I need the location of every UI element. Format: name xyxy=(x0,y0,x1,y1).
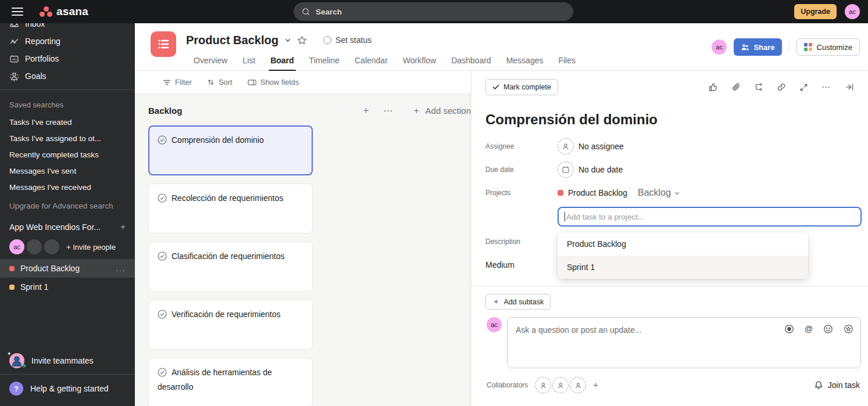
add-collaborator-icon[interactable]: ＋ xyxy=(591,379,600,391)
dropdown-option-product-backlog[interactable]: Product Backlog xyxy=(558,232,808,256)
emoji-icon[interactable] xyxy=(823,324,833,334)
show-fields-button[interactable]: Show fields xyxy=(248,78,299,87)
check-circle-icon[interactable] xyxy=(158,310,167,323)
collaborator-avatar-placeholder[interactable] xyxy=(535,377,551,393)
add-task-icon[interactable]: ＋ xyxy=(362,105,371,117)
member-avatar-placeholder[interactable] xyxy=(27,239,42,254)
mark-complete-button[interactable]: Mark complete xyxy=(485,79,558,95)
check-circle-icon[interactable] xyxy=(158,251,167,265)
sidebar-item-portfolios[interactable]: Portfolios xyxy=(0,50,135,67)
asana-logo[interactable]: asana xyxy=(40,5,88,18)
appreciation-icon[interactable] xyxy=(844,324,853,334)
share-button[interactable]: Share xyxy=(734,38,781,56)
collaborator-avatar-placeholder[interactable] xyxy=(552,377,569,393)
workspace-name: App Web Incendios For... xyxy=(9,222,101,232)
collaborators-label: Collaborators xyxy=(487,381,528,389)
invite-teammates-icon: ✦+ xyxy=(9,353,24,368)
tab-list[interactable]: List xyxy=(235,52,263,70)
task-title[interactable]: Comprensión del dominio xyxy=(485,112,854,128)
filter-button[interactable]: Filter xyxy=(163,78,192,87)
tab-workflow[interactable]: Workflow xyxy=(395,52,444,70)
tab-files[interactable]: Files xyxy=(551,52,583,70)
project-header: Product Backlog Set status Overview List… xyxy=(135,23,868,71)
sidebar-item-inbox[interactable]: Inbox xyxy=(0,23,135,33)
text-caret xyxy=(565,212,565,221)
tab-overview[interactable]: Overview xyxy=(186,52,235,70)
upgrade-advanced-search[interactable]: Upgrade for Advanced search xyxy=(0,197,135,214)
saved-search-recently-completed[interactable]: Recently completed tasks xyxy=(0,146,135,163)
expand-icon[interactable] xyxy=(799,83,808,92)
user-avatar[interactable]: ac xyxy=(845,4,860,19)
saved-search-messages-sent[interactable]: Messages I've sent xyxy=(0,163,135,179)
search-input[interactable]: Search xyxy=(294,2,573,21)
check-circle-icon[interactable] xyxy=(158,193,167,207)
hamburger-menu-icon[interactable] xyxy=(12,8,23,16)
help-button[interactable]: ? Help & getting started xyxy=(0,374,135,403)
invite-people-button[interactable]: + Invite people xyxy=(66,243,116,251)
tab-dashboard[interactable]: Dashboard xyxy=(444,52,499,70)
sidebar-item-goals[interactable]: Goals xyxy=(0,67,135,85)
set-status-button[interactable]: Set status xyxy=(323,35,372,45)
add-section-button[interactable]: ＋ Add section xyxy=(412,105,471,116)
sidebar-project-product-backlog[interactable]: Product Backlog ... xyxy=(0,259,135,278)
project-chip[interactable]: Product Backlog xyxy=(558,188,627,197)
dropdown-option-sprint-1[interactable]: Sprint 1 xyxy=(558,256,808,279)
saved-search-tasks-created[interactable]: Tasks I've created xyxy=(0,114,135,130)
assignee-field: Assignee No assignee xyxy=(471,135,868,158)
page-title: Product Backlog xyxy=(186,34,278,47)
section-selector[interactable]: Backlog xyxy=(638,188,680,198)
saved-searches-title: Saved searches xyxy=(0,95,135,114)
sidebar-item-reporting[interactable]: Reporting xyxy=(0,33,135,50)
task-card-comprension[interactable]: Comprensión del dominio xyxy=(148,125,313,175)
task-card-clasificacion[interactable]: Clasificación de requerimientos xyxy=(148,242,313,292)
assignee-value[interactable]: No assignee xyxy=(558,138,624,155)
assignee-person-icon xyxy=(558,138,574,155)
collaborator-avatar-placeholder[interactable] xyxy=(570,377,586,393)
task-card-recoleccion[interactable]: Recolección de requerimientos xyxy=(148,184,313,233)
close-panel-icon[interactable] xyxy=(845,82,854,92)
project-more-icon[interactable]: ... xyxy=(116,264,126,273)
more-options-icon[interactable]: ⋯ xyxy=(821,82,831,92)
column-more-icon[interactable]: ⋯ xyxy=(384,105,393,116)
due-date-value[interactable]: No due date xyxy=(558,161,623,178)
title-chevron-down-icon[interactable] xyxy=(284,37,291,44)
subtask-icon[interactable] xyxy=(754,82,763,92)
member-avatar[interactable]: ac xyxy=(9,239,24,254)
task-card-analisis[interactable]: Análisis de herramientas de desarrollo xyxy=(148,358,313,406)
mention-icon[interactable]: @ xyxy=(805,324,813,334)
like-icon[interactable] xyxy=(708,82,718,92)
record-video-icon[interactable] xyxy=(784,324,794,334)
attachment-icon[interactable] xyxy=(731,82,741,92)
customize-button[interactable]: Customize xyxy=(796,38,860,56)
project-dropdown: Product Backlog Sprint 1 xyxy=(558,232,808,279)
project-icon[interactable] xyxy=(151,31,176,57)
check-circle-icon[interactable] xyxy=(158,135,167,149)
comment-input[interactable]: Ask a question or post an update... @ xyxy=(507,317,861,368)
sort-button[interactable]: Sort xyxy=(207,78,233,87)
priority-value[interactable]: Medium xyxy=(485,260,558,270)
workspace-header[interactable]: App Web Incendios For... + xyxy=(0,214,135,236)
tab-board[interactable]: Board xyxy=(263,52,301,70)
tab-messages[interactable]: Messages xyxy=(499,52,551,70)
add-project-input[interactable]: Add task to a project... xyxy=(558,207,862,227)
member-avatar-placeholder[interactable] xyxy=(44,239,59,254)
invite-teammates-button[interactable]: ✦+ Invite teammates xyxy=(0,347,135,374)
plus-icon: ＋ xyxy=(412,105,421,116)
link-icon[interactable] xyxy=(777,82,786,92)
add-project-icon[interactable]: + xyxy=(120,222,126,232)
saved-search-messages-received[interactable]: Messages I've received xyxy=(0,179,135,195)
tab-timeline[interactable]: Timeline xyxy=(302,52,347,70)
check-circle-icon[interactable] xyxy=(158,368,167,381)
project-member-avatar[interactable]: ac xyxy=(712,39,727,55)
favorite-star-icon[interactable] xyxy=(297,35,307,45)
saved-search-tasks-assigned[interactable]: Tasks I've assigned to ot... xyxy=(0,130,135,146)
sidebar-project-sprint-1[interactable]: Sprint 1 xyxy=(0,278,135,296)
task-card-verificacion[interactable]: Verificación de requerimientos xyxy=(148,300,313,350)
upgrade-button[interactable]: Upgrade xyxy=(794,4,837,19)
help-icon: ? xyxy=(9,382,23,396)
tab-calendar[interactable]: Calendar xyxy=(347,52,395,70)
check-icon xyxy=(492,84,499,90)
join-task-button[interactable]: Join task xyxy=(814,380,860,390)
calendar-icon xyxy=(558,161,574,178)
add-subtask-button[interactable]: ＋ Add subtask xyxy=(485,294,551,310)
